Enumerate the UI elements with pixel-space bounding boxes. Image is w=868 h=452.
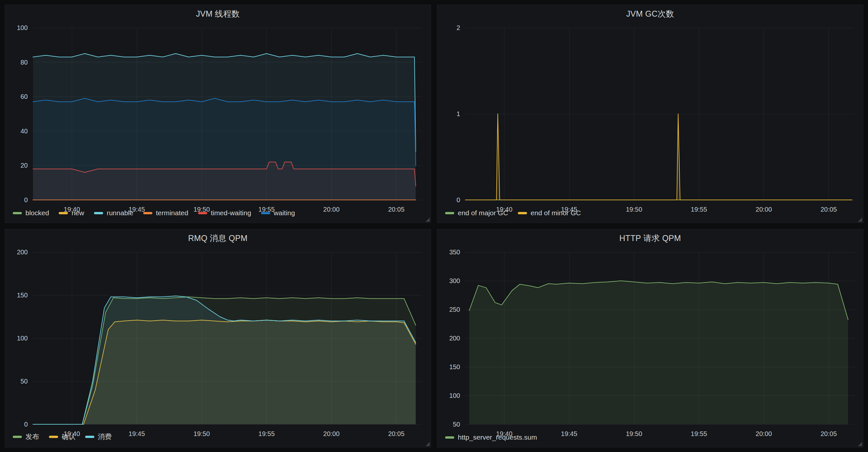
chart-jvm-gc[interactable]: 01219:4019:4519:5019:5520:0020:05 [437,23,863,208]
legend-label: 消费 [98,432,112,441]
legend-label: new [71,209,84,217]
panel-title-rmq-qpm[interactable]: RMQ 消息 QPM [5,229,431,247]
legend-item[interactable]: waiting [261,209,295,217]
legend-swatch-icon [143,212,152,214]
legend-swatch-icon [445,437,454,439]
y-axis-tick-label: 150 [17,292,28,299]
y-axis-tick-label: 50 [21,378,28,385]
chart-svg: 01219:4019:4519:5019:5520:0020:05 [437,23,863,216]
legend-label: terminated [156,209,188,217]
panel-jvm-threads: JVM 线程数 02040608010019:4019:4519:5019:55… [5,5,431,223]
legend-item[interactable]: 发布 [13,432,39,441]
y-axis-tick-label: 50 [453,421,460,428]
series-area [469,281,848,424]
panel-jvm-gc: JVM GC次数 01219:4019:4519:5019:5520:0020:… [437,5,863,223]
y-axis-tick-label: 0 [24,196,28,203]
legend-swatch-icon [94,212,103,214]
chart-svg: 02040608010019:4019:4519:5019:5520:0020:… [5,23,431,216]
y-axis-tick-label: 1 [457,110,460,118]
panel-title-jvm-gc[interactable]: JVM GC次数 [437,5,863,23]
panel-title-http-qpm[interactable]: HTTP 请求 QPM [437,229,863,247]
legend-label: http_server_requests.sum [458,433,537,441]
legend-jvm-threads: blockednewrunnableterminatedtimed-waitin… [5,208,431,223]
legend-item[interactable]: terminated [143,209,188,217]
legend-label: 确认 [62,432,75,441]
legend-label: runnable [107,209,133,217]
y-axis-tick-label: 100 [17,334,28,342]
y-axis-tick-label: 40 [21,128,28,135]
legend-label: end of minor GC [531,209,581,217]
legend-item[interactable]: end of minor GC [518,209,581,217]
series-area [33,98,416,200]
chart-rmq-qpm[interactable]: 05010015020019:4019:4519:5019:5520:0020:… [5,247,431,431]
legend-swatch-icon [445,212,454,214]
chart-svg: 05010015020019:4019:4519:5019:5520:0020:… [5,247,431,441]
panel-resize-handle[interactable] [858,442,862,446]
chart-http-qpm[interactable]: 5010015020025030035019:4019:4519:5019:55… [437,247,863,433]
legend-label: waiting [274,209,295,217]
legend-label: blocked [26,209,49,217]
y-axis-tick-label: 2 [457,24,460,31]
legend-swatch-icon [59,212,68,214]
legend-label: end of major GC [458,209,508,217]
legend-item[interactable]: 确认 [49,432,75,441]
panel-resize-handle[interactable] [426,218,430,222]
y-axis-tick-label: 200 [450,334,460,342]
y-axis-tick-label: 20 [21,162,28,169]
panel-http-qpm: HTTP 请求 QPM 5010015020025030035019:4019:… [437,229,863,447]
chart-jvm-threads[interactable]: 02040608010019:4019:4519:5019:5520:0020:… [5,23,431,208]
y-axis-tick-label: 60 [21,93,28,100]
legend-swatch-icon [261,212,270,214]
y-axis-tick-label: 200 [17,249,28,256]
legend-swatch-icon [49,436,58,438]
y-axis-tick-label: 100 [450,392,460,399]
y-axis-tick-label: 80 [21,59,28,66]
legend-swatch-icon [13,212,22,214]
series-line [465,114,852,200]
legend-item[interactable]: blocked [13,209,49,217]
panel-rmq-qpm: RMQ 消息 QPM 05010015020019:4019:4519:5019… [5,229,431,447]
panel-title-jvm-threads[interactable]: JVM 线程数 [5,5,431,23]
legend-jvm-gc: end of major GCend of minor GC [437,208,863,223]
y-axis-tick-label: 100 [17,24,28,31]
y-axis-tick-label: 300 [450,277,460,284]
legend-item[interactable]: timed-waiting [198,209,251,217]
legend-item[interactable]: end of major GC [445,209,508,217]
legend-item[interactable]: new [59,209,84,217]
legend-label: timed-waiting [211,209,251,217]
dashboard: JVM 线程数 02040608010019:4019:4519:5019:55… [0,0,868,452]
legend-swatch-icon [85,436,94,438]
legend-item[interactable]: http_server_requests.sum [445,433,537,441]
y-axis-tick-label: 0 [457,196,460,203]
y-axis-tick-label: 350 [450,249,460,256]
legend-label: 发布 [26,432,39,441]
chart-svg: 5010015020025030035019:4019:4519:5019:55… [437,247,863,441]
legend-item[interactable]: 消费 [85,432,112,441]
series-area [465,114,852,200]
legend-http-qpm: http_server_requests.sum [437,433,863,447]
panel-resize-handle[interactable] [858,218,862,222]
legend-rmq-qpm: 发布确认消费 [5,431,431,447]
legend-swatch-icon [13,436,22,438]
y-axis-tick-label: 250 [450,306,460,313]
panel-resize-handle[interactable] [426,442,430,446]
y-axis-tick-label: 0 [24,421,28,428]
y-axis-tick-label: 150 [450,363,460,370]
legend-item[interactable]: runnable [94,209,133,217]
legend-swatch-icon [518,212,527,214]
legend-swatch-icon [198,212,207,214]
